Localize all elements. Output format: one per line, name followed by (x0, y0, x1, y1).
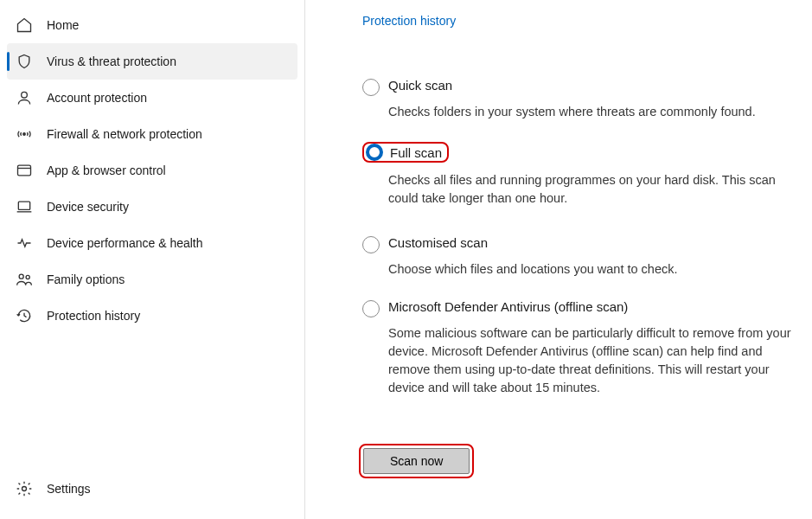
option-desc: Checks all files and running programmes … (388, 171, 791, 208)
sidebar-item-label: Home (47, 18, 79, 32)
sidebar-item-label: Firewall & network protection (47, 127, 202, 141)
option-body: Microsoft Defender Antivirus (offline sc… (388, 299, 791, 397)
sidebar-item-label: Protection history (47, 309, 140, 323)
highlight-scan-now: Scan now (359, 444, 474, 478)
svg-rect-3 (18, 202, 29, 209)
sidebar-item-label: Family options (47, 272, 125, 286)
sidebar-item-app-browser[interactable]: App & browser control (7, 152, 297, 189)
svg-point-4 (19, 274, 23, 279)
home-icon (16, 16, 33, 34)
shield-icon (16, 53, 33, 70)
sidebar-item-family[interactable]: Family options (7, 261, 297, 298)
sidebar-bottom: Settings (0, 471, 304, 512)
sidebar-item-label: Virus & threat protection (47, 54, 176, 68)
option-title: Microsoft Defender Antivirus (offline sc… (388, 299, 628, 314)
svg-point-0 (22, 92, 28, 98)
sidebar-item-label: Device security (47, 200, 129, 214)
radio-custom-scan[interactable] (362, 236, 380, 253)
gear-icon (16, 480, 33, 497)
sidebar-item-protection-history[interactable]: Protection history (7, 298, 297, 334)
option-desc: Some malicious software can be particula… (388, 324, 791, 397)
sidebar-item-home[interactable]: Home (7, 7, 297, 43)
option-title: Quick scan (388, 78, 452, 93)
sidebar-item-settings[interactable]: Settings (7, 471, 297, 507)
main-content: Protection history Quick scan Checks fol… (305, 0, 812, 519)
option-title: Full scan (390, 145, 442, 160)
scan-now-button[interactable]: Scan now (363, 448, 470, 474)
heartbeat-icon (16, 234, 33, 252)
option-desc: Choose which files and locations you wan… (388, 260, 791, 279)
sidebar-item-account-protection[interactable]: Account protection (7, 80, 297, 116)
option-body: Quick scan Checks folders in your system… (388, 78, 791, 121)
antenna-icon (16, 125, 33, 143)
scan-option-offline[interactable]: Microsoft Defender Antivirus (offline sc… (362, 299, 791, 397)
sidebar-item-label: App & browser control (47, 163, 166, 177)
option-desc: Checks folders in your system where thre… (388, 103, 791, 121)
svg-rect-2 (18, 165, 31, 176)
people-icon (16, 271, 33, 288)
history-icon (16, 307, 33, 324)
highlight-full-scan: Full scan (362, 142, 449, 163)
sidebar-list: Home Virus & threat protection Account p… (0, 7, 304, 471)
option-title: Customised scan (388, 235, 488, 250)
scan-option-quick[interactable]: Quick scan Checks folders in your system… (362, 78, 791, 121)
sidebar-item-label: Device performance & health (47, 236, 203, 250)
person-icon (16, 89, 33, 106)
window-icon (16, 162, 33, 179)
radio-quick-scan[interactable] (362, 79, 380, 96)
sidebar-item-performance[interactable]: Device performance & health (7, 225, 297, 261)
sidebar-item-label: Account protection (47, 91, 147, 105)
svg-point-5 (26, 275, 29, 279)
sidebar-item-virus-threat[interactable]: Virus & threat protection (7, 43, 297, 80)
svg-point-6 (22, 487, 27, 491)
scan-option-full[interactable]: Full scan (362, 142, 791, 163)
scan-option-custom[interactable]: Customised scan Choose which files and l… (362, 235, 791, 279)
protection-history-link[interactable]: Protection history (362, 14, 456, 28)
sidebar: Home Virus & threat protection Account p… (0, 0, 305, 519)
option-body: Customised scan Choose which files and l… (388, 235, 791, 279)
sidebar-item-device-security[interactable]: Device security (7, 189, 297, 225)
sidebar-item-firewall[interactable]: Firewall & network protection (7, 116, 297, 152)
radio-full-scan[interactable] (366, 144, 383, 161)
laptop-icon (16, 198, 33, 215)
radio-offline-scan[interactable] (362, 300, 380, 317)
sidebar-item-label: Settings (47, 482, 91, 496)
svg-point-1 (23, 133, 26, 136)
